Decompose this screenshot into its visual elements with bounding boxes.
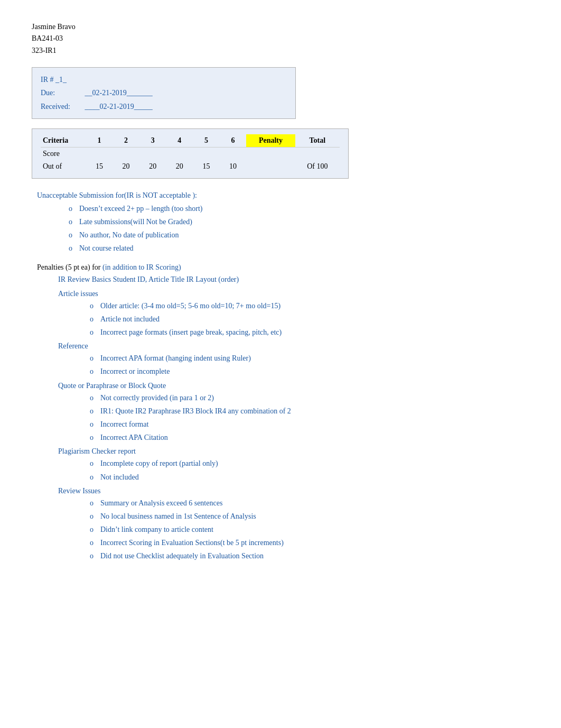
penalties-title-black: Penalties (5 pt ea) for — [37, 263, 101, 271]
col-3: 3 — [139, 134, 166, 148]
penalty-section-2: ReferenceIncorrect APA format (hanging i… — [58, 342, 529, 378]
penalty-section-3: Quote or Paraphrase or Block QuoteNot co… — [58, 382, 529, 445]
penalty-list-5: Summary or Analysis exceed 6 sentencesNo… — [90, 496, 529, 563]
outof-total: Of 100 — [295, 160, 340, 173]
score-4 — [166, 147, 193, 160]
ir-due-line: Due: __02-21-2019_______ — [41, 86, 287, 99]
ir-received-label: Received: — [41, 100, 83, 113]
score-6 — [220, 147, 247, 160]
ir-received-value: ____02-21-2019_____ — [85, 103, 153, 110]
penalty-list-4: Incomplete copy of report (partial only)… — [90, 457, 529, 483]
penalty-item-2-2: Incorrect or incomplete — [90, 365, 529, 378]
ir-number-value: _1_ — [55, 76, 67, 84]
penalty-section-title-5: Review Issues — [58, 487, 529, 495]
unacceptable-title: Unacceptable Submission for(IR is NOT ac… — [37, 191, 529, 200]
penalty-section-title-2: Reference — [58, 342, 529, 351]
penalty-item-2-1: Incorrect APA format (hanging indent usi… — [90, 352, 529, 365]
outof-2: 20 — [113, 160, 139, 173]
penalty-section-title-4: Plagiarism Checker report — [58, 447, 529, 456]
student-course: BA241-03 — [32, 33, 529, 44]
unacceptable-list: Doesn’t exceed 2+ pp – length (too short… — [69, 202, 529, 255]
col-2: 2 — [113, 134, 139, 148]
penalty-list-3: Not correctly provided (in para 1 or 2)I… — [90, 391, 529, 445]
score-table-header-row: Criteria 1 2 3 4 5 6 Penalty Total — [41, 134, 340, 148]
penalty-item-3-4: Incorrect APA Citation — [90, 431, 529, 444]
penalty-item-5-4: Incorrect Scoring in Evaluation Sections… — [90, 536, 529, 549]
score-total — [295, 147, 340, 160]
score-5 — [193, 147, 220, 160]
unacceptable-item-1: Doesn’t exceed 2+ pp – length (too short… — [69, 202, 529, 215]
penalty-item-1-3: Incorrect page formats (insert page brea… — [90, 326, 529, 339]
ir-number-line: IR # _1_ — [41, 73, 287, 86]
penalty-item-1-1: Older article: (3-4 mo old=5; 5-6 mo old… — [90, 299, 529, 312]
penalty-item-4-1: Incomplete copy of report (partial only) — [90, 457, 529, 470]
penalty-item-5-2: No local business named in 1st Sentence … — [90, 510, 529, 523]
penalty-item-4-2: Not included — [90, 471, 529, 484]
outof-penalty — [246, 160, 295, 173]
col-5: 5 — [193, 134, 220, 148]
penalty-item-3-1: Not correctly provided (in para 1 or 2) — [90, 391, 529, 404]
score-3 — [139, 147, 166, 160]
unacceptable-item-4: Not course related — [69, 242, 529, 255]
penalty-list-1: Older article: (3-4 mo old=5; 5-6 mo old… — [90, 299, 529, 339]
penalty-list-2: Incorrect APA format (hanging indent usi… — [90, 352, 529, 378]
penalty-item-1-2: Article not included — [90, 312, 529, 326]
student-info: Jasmine Bravo BA241-03 323-IR1 — [32, 21, 529, 57]
penalty-item-3-3: Incorrect format — [90, 418, 529, 431]
penalties-sections-container: Article issuesOlder article: (3-4 mo old… — [37, 290, 529, 563]
col-criteria: Criteria — [41, 134, 86, 148]
col-penalty: Penalty — [246, 134, 295, 148]
penalty-item-5-5: Did not use Checklist adequately in Eval… — [90, 549, 529, 563]
penalty-section-4: Plagiarism Checker reportIncomplete copy… — [58, 447, 529, 483]
col-4: 4 — [166, 134, 193, 148]
unacceptable-section: Unacceptable Submission for(IR is NOT ac… — [37, 191, 529, 255]
outof-label: Out of — [41, 160, 86, 173]
outof-3: 20 — [139, 160, 166, 173]
student-assignment: 323-IR1 — [32, 45, 529, 57]
penalties-title-blue: (in addition to IR Scoring) — [102, 263, 181, 271]
ir-due-label: Due: — [41, 86, 83, 99]
penalty-item-3-2: IR1: Quote IR2 Paraphrase IR3 Block IR4 … — [90, 404, 529, 418]
ir-basics-line: IR Review Basics Student ID, Article Tit… — [58, 273, 529, 286]
penalty-item-5-3: Didn’t link company to article content — [90, 523, 529, 536]
unacceptable-item-3: No author, No date of publication — [69, 228, 529, 242]
penalties-section: Penalties (5 pt ea) for (in addition to … — [37, 263, 529, 563]
col-6: 6 — [220, 134, 247, 148]
score-label: Score — [41, 147, 86, 160]
ir-received-line: Received: ____02-21-2019_____ — [41, 100, 287, 113]
score-1 — [86, 147, 113, 160]
ir-number-label: IR # — [41, 76, 54, 84]
outof-row: Out of 15 20 20 20 15 10 Of 100 — [41, 160, 340, 173]
score-table: Criteria 1 2 3 4 5 6 Penalty Total Score — [41, 134, 340, 173]
outof-5: 15 — [193, 160, 220, 173]
outof-4: 20 — [166, 160, 193, 173]
score-2 — [113, 147, 139, 160]
score-table-wrapper: Criteria 1 2 3 4 5 6 Penalty Total Score — [32, 128, 349, 179]
score-penalty — [246, 147, 295, 160]
unacceptable-item-2: Late submissions(will Not be Graded) — [69, 215, 529, 228]
ir-due-value: __02-21-2019_______ — [85, 89, 153, 97]
ir-info-box: IR # _1_ Due: __02-21-2019_______ Receiv… — [32, 67, 296, 119]
student-name: Jasmine Bravo — [32, 21, 529, 33]
outof-1: 15 — [86, 160, 113, 173]
score-row: Score — [41, 147, 340, 160]
col-total: Total — [295, 134, 340, 148]
penalty-section-title-3: Quote or Paraphrase or Block Quote — [58, 382, 529, 390]
penalty-section-1: Article issuesOlder article: (3-4 mo old… — [58, 290, 529, 339]
penalty-section-5: Review IssuesSummary or Analysis exceed … — [58, 487, 529, 563]
col-1: 1 — [86, 134, 113, 148]
penalty-item-5-1: Summary or Analysis exceed 6 sentences — [90, 496, 529, 510]
outof-6: 10 — [220, 160, 247, 173]
penalties-title: Penalties (5 pt ea) for (in addition to … — [37, 263, 529, 272]
penalty-section-title-1: Article issues — [58, 290, 529, 298]
